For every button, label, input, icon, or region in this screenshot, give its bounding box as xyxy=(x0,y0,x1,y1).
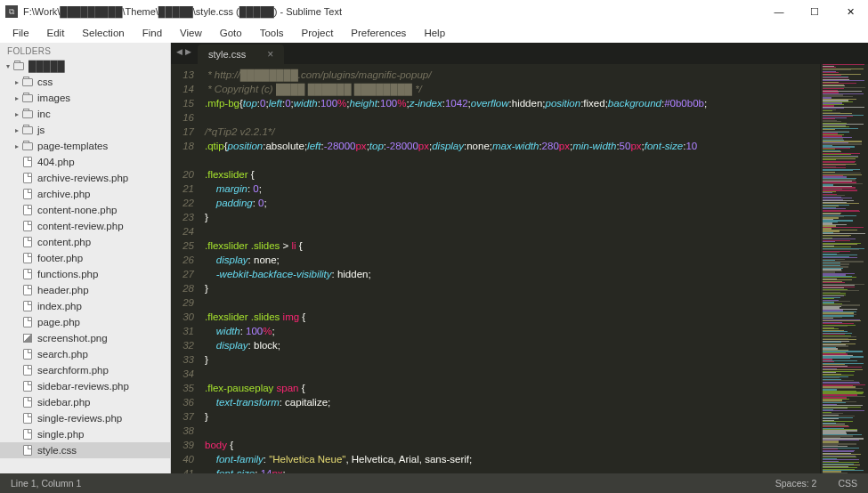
minimap[interactable] xyxy=(820,64,868,473)
tree-item[interactable]: searchform.php xyxy=(0,362,170,378)
file-icon xyxy=(21,253,34,263)
tree-item[interactable]: header.php xyxy=(0,282,170,298)
menu-view[interactable]: View xyxy=(173,26,209,40)
disclosure-icon xyxy=(12,110,21,118)
cursor-position[interactable]: Line 1, Column 1 xyxy=(11,478,81,489)
tree-label: page.php xyxy=(37,317,80,327)
tree-label: screenshot.png xyxy=(37,333,108,343)
tree-item[interactable]: inc xyxy=(0,106,170,122)
menubar: FileEditSelectionFindViewGotoToolsProjec… xyxy=(0,23,868,43)
tree-item[interactable]: sidebar-reviews.php xyxy=(0,378,170,394)
tree-item[interactable]: content.php xyxy=(0,234,170,250)
tree-label: css xyxy=(37,77,53,87)
tree-item[interactable]: style.css xyxy=(0,442,170,458)
tree-item[interactable]: js xyxy=(0,122,170,138)
tree-label: images xyxy=(37,93,70,103)
fold-icon xyxy=(21,141,34,151)
tree-item[interactable]: index.php xyxy=(0,298,170,314)
menu-goto[interactable]: Goto xyxy=(213,26,249,40)
tree-item[interactable]: archive.php xyxy=(0,186,170,202)
tree-label: content-review.php xyxy=(37,221,124,231)
file-icon xyxy=(21,269,34,279)
menu-help[interactable]: Help xyxy=(417,26,452,40)
tree-item[interactable]: page.php xyxy=(0,314,170,330)
tree-label: 404.php xyxy=(37,157,75,167)
disclosure-icon xyxy=(4,62,12,70)
fold-icon xyxy=(21,77,34,87)
tree-item[interactable]: single-reviews.php xyxy=(0,410,170,426)
tree-item[interactable]: css xyxy=(0,74,170,90)
menu-file[interactable]: File xyxy=(5,26,37,40)
tree-label: sidebar.php xyxy=(37,397,90,408)
tree-label: content.php xyxy=(37,237,91,247)
tree-label: single-reviews.php xyxy=(37,413,122,424)
file-icon xyxy=(21,445,34,456)
sidebar: FOLDERS █████cssimagesincjspage-template… xyxy=(0,43,171,473)
editor: ◀ ▶ style.css × 131415161718202122232425… xyxy=(171,43,868,473)
tree-item[interactable]: images xyxy=(0,90,170,106)
syntax-mode[interactable]: CSS xyxy=(838,478,857,489)
fold-icon xyxy=(21,125,34,135)
file-icon xyxy=(21,397,34,408)
file-icon xyxy=(21,189,34,199)
folder-tree: █████cssimagesincjspage-templates404.php… xyxy=(0,58,170,473)
tree-item[interactable]: search.php xyxy=(0,346,170,362)
tab-stylecss[interactable]: style.css × xyxy=(198,44,284,64)
tab-close-icon[interactable]: × xyxy=(267,48,273,61)
tree-item[interactable]: functions.php xyxy=(0,266,170,282)
menu-tools[interactable]: Tools xyxy=(253,26,291,40)
tree-item[interactable]: content-review.php xyxy=(0,218,170,234)
tree-label: inc xyxy=(37,109,51,119)
menu-edit[interactable]: Edit xyxy=(40,26,72,40)
tree-label: archive.php xyxy=(37,189,90,199)
file-icon xyxy=(21,237,34,247)
maximize-button[interactable]: ☐ xyxy=(797,0,832,23)
menu-find[interactable]: Find xyxy=(135,26,169,40)
file-icon xyxy=(21,429,34,440)
fold-icon xyxy=(21,109,34,119)
source-text[interactable]: * http://████████.com/plugins/magnific-p… xyxy=(201,64,820,473)
tree-label: functions.php xyxy=(37,269,98,279)
tab-label: style.css xyxy=(208,49,246,60)
code-area[interactable]: 1314151617182021222324252627282930313233… xyxy=(171,64,868,473)
tree-label: searchform.php xyxy=(37,365,109,376)
disclosure-icon xyxy=(12,142,21,150)
menu-preferences[interactable]: Preferences xyxy=(344,26,413,40)
file-icon xyxy=(21,205,34,215)
tree-label: page-templates xyxy=(37,141,108,151)
tree-label: js xyxy=(37,125,45,135)
tree-item[interactable]: sidebar.php xyxy=(0,394,170,410)
tree-label: search.php xyxy=(37,349,88,360)
file-icon xyxy=(21,157,34,167)
disclosure-icon xyxy=(12,126,21,134)
disclosure-icon xyxy=(12,78,21,86)
tree-label: footer.php xyxy=(37,253,83,263)
menu-selection[interactable]: Selection xyxy=(75,26,131,40)
tree-item[interactable]: content-none.php xyxy=(0,202,170,218)
tree-item[interactable]: archive-reviews.php xyxy=(0,170,170,186)
file-icon xyxy=(21,221,34,231)
tree-item[interactable]: single.php xyxy=(0,426,170,442)
file-icon xyxy=(21,365,34,376)
window-title: F:\Work\█████████\Theme\█████\style.css … xyxy=(23,6,342,17)
tree-label: header.php xyxy=(37,285,89,295)
file-icon xyxy=(21,301,34,311)
minimize-button[interactable]: — xyxy=(761,0,797,23)
tree-item[interactable]: █████ xyxy=(0,58,170,74)
menu-project[interactable]: Project xyxy=(295,26,341,40)
tree-item[interactable]: page-templates xyxy=(0,138,170,154)
file-icon xyxy=(21,285,34,295)
fold-icon xyxy=(21,93,34,103)
tree-label: content-none.php xyxy=(37,205,118,215)
tree-item[interactable]: footer.php xyxy=(0,250,170,266)
statusbar: Line 1, Column 1 Spaces: 2 CSS xyxy=(0,473,868,493)
window-buttons: — ☐ ✕ xyxy=(761,0,868,23)
file-icon xyxy=(21,349,34,360)
tree-item[interactable]: screenshot.png xyxy=(0,330,170,346)
sidebar-header: FOLDERS xyxy=(0,43,170,58)
indent-setting[interactable]: Spaces: 2 xyxy=(775,478,817,489)
close-button[interactable]: ✕ xyxy=(832,0,868,23)
tree-item[interactable]: 404.php xyxy=(0,154,170,170)
disclosure-icon xyxy=(12,94,21,102)
tab-nav-arrows[interactable]: ◀ ▶ xyxy=(176,47,191,56)
